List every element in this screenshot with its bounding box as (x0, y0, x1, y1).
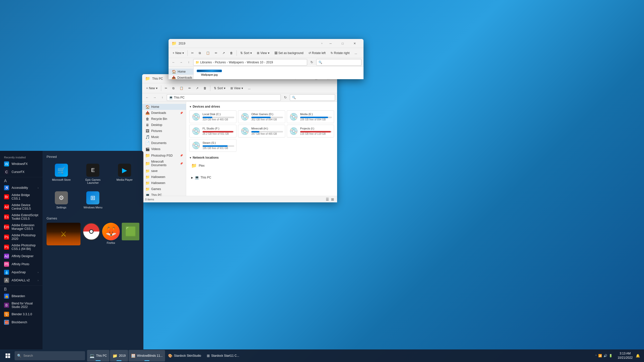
refresh-btn[interactable]: ↻ (282, 95, 288, 101)
app-adobe-device[interactable]: Ad Adobe Device Central CSS.5 (0, 202, 43, 212)
2019-view-btn[interactable]: ⊞ View ▾ (255, 50, 271, 56)
2019-tab-plus[interactable]: + (321, 42, 323, 45)
app-adobe-extension-mgr[interactable]: Em Adobe Extension Manager CSS.5 (0, 222, 43, 232)
thispc-expand-section[interactable]: ▶ 💻 This PC (189, 174, 334, 181)
thispc-new-btn[interactable]: + New ▾ (144, 85, 159, 91)
notification-icon[interactable]: 🔔 (636, 354, 640, 358)
drive-c[interactable]: 💿 Local Disk (C:) 319 GB free of 465 GB (189, 110, 236, 123)
grid-view-btn[interactable]: ⊞ (331, 197, 334, 201)
address-input[interactable]: 💻 This PC (167, 94, 281, 101)
2019-more-btn[interactable]: ... (353, 50, 359, 56)
app-affinity-photo[interactable]: Ph Affinity Photo (0, 260, 43, 268)
sidebar-desktop[interactable]: 🖥 Desktop (142, 122, 186, 128)
2019-forward-btn[interactable]: → (178, 59, 184, 65)
2019-sort-btn[interactable]: ⇅ Sort ▾ (238, 50, 254, 56)
thispc-delete-btn[interactable]: 🗑 (202, 85, 209, 91)
app-windowsfx[interactable]: W WindowsFX (0, 160, 43, 168)
volume-icon[interactable]: 🔊 (603, 354, 607, 357)
game-pokemon[interactable] (83, 223, 100, 245)
app-photoshop-2020[interactable]: Ps Adobe Photoshop 2020 (0, 232, 43, 242)
start-button[interactable] (2, 350, 14, 361)
game-minecraft[interactable]: 🟩 (122, 223, 139, 245)
2019-cut-btn[interactable]: ✂ (189, 50, 196, 56)
taskbar-clock[interactable]: 3:13 AM 10/21/2022 (616, 351, 635, 360)
app-adobe-extendscript[interactable]: Es Adobe ExtendScript Toolkit CSS.5 (0, 212, 43, 222)
2019-refresh-btn[interactable]: ↻ (309, 59, 315, 65)
list-view-btn[interactable]: ☰ (326, 197, 329, 201)
taskbar-2019[interactable]: 📁 2019 (110, 350, 128, 361)
sidebar-minecraft-docs[interactable]: 📁 Minecraft Documents 📌 (142, 159, 186, 168)
thispc-sort-btn[interactable]: ⇅ Sort ▾ (212, 85, 227, 91)
app-accessibility[interactable]: ♿ Accessibility › (0, 184, 43, 192)
drive-d[interactable]: 💿 Other Games (D:) 352 GB free of 894 GB (238, 110, 285, 123)
2019-setbg-btn[interactable]: 🖼 Set as background (272, 50, 305, 56)
pinned-settings[interactable]: ⚙ Settings (47, 189, 76, 211)
thispc-view-btn[interactable]: ⊞ View ▾ (228, 85, 245, 91)
2019-rotright-btn[interactable]: ↻ Rotate right (329, 50, 351, 56)
tray-expand-arrow[interactable]: ^ (595, 354, 597, 357)
forward-btn[interactable]: → (152, 95, 158, 101)
taskbar-search[interactable]: 🔍 Search (15, 351, 85, 360)
drive-e[interactable]: 💿 Media (E:) 106 GB free of 894 GB (287, 110, 334, 123)
sidebar-thispc[interactable]: 💻 This PC (142, 192, 186, 196)
drive-s[interactable]: 💿 Steam (S:) 195 GB free of 931 GB (189, 139, 236, 152)
sidebar-documents[interactable]: 📄 Documents (142, 140, 186, 146)
sidebar-home[interactable]: 🏠 Home (142, 104, 186, 110)
game-firefox[interactable]: 🦊 Firefox (102, 223, 120, 245)
sidebar-save[interactable]: 📁 save (142, 168, 186, 174)
2019-search-input[interactable]: 🔍 (316, 59, 361, 66)
app-cursorfx[interactable]: C CursorFX (0, 168, 43, 176)
app-blockbench[interactable]: 🧱 Blockbench (0, 318, 43, 326)
2019-share-btn[interactable]: ↗ (220, 50, 227, 56)
app-adobe-bridge[interactable]: Br Adobe Bridge CSS.1 (0, 192, 43, 202)
drive-i[interactable]: 💿 Projects (I:) 116 GB free of 119 GB (287, 125, 334, 138)
2019-address-input[interactable]: 📁 Libraries › Pictures › Wallpapers › Wi… (193, 59, 307, 66)
sidebar-halloween-1[interactable]: 📁 Halloween (142, 174, 186, 180)
thispc-paste-btn[interactable]: 📋 (178, 85, 185, 91)
2019-new-btn[interactable]: + New ▾ (171, 50, 186, 56)
app-asio4all[interactable]: A ASIO4ALL v2 › (0, 276, 43, 284)
2019-rename-btn[interactable]: ✏ (213, 50, 219, 56)
thispc-rename-btn[interactable]: ✏ (186, 85, 193, 91)
sidebar-photoshop-psd[interactable]: 📁 Photoshop PSD 📌 (142, 152, 186, 159)
pinned-msstore[interactable]: 🛒 Microsoft Store (47, 161, 76, 187)
taskbar-windowblinds[interactable]: 🪟 WindowBlinds 11... (129, 350, 165, 361)
2019-back-btn[interactable]: ← (171, 59, 177, 65)
2019-up-btn[interactable]: ↑ (186, 59, 192, 65)
wallpaper-jpg-item[interactable]: Wallpaper.jpg (197, 70, 222, 76)
2019-rotleft-btn[interactable]: ↺ Rotate left (306, 50, 328, 56)
drives-collapse-arrow[interactable]: ▼ (189, 105, 192, 108)
pinned-winmenu[interactable]: ⊞ Windows Menu (78, 189, 108, 211)
sidebar-music[interactable]: 🎵 Music (142, 134, 186, 140)
sidebar-videos[interactable]: 🎬 Videos (142, 146, 186, 152)
sidebar-games[interactable]: 📁 Games (142, 186, 186, 192)
sidebar-halloween-2[interactable]: 📁 Halloween (142, 180, 186, 186)
taskbar-skinstudio[interactable]: 🎨 Stardock SkinStudio (166, 350, 204, 361)
network-plex[interactable]: 📁 Plex (189, 161, 334, 170)
game-gw2[interactable]: ⚔ (47, 223, 80, 245)
app-aquasnap[interactable]: 💧 AquaSnap › (0, 268, 43, 276)
2019-close-btn[interactable]: ✕ (349, 39, 360, 48)
taskbar-thispc[interactable]: 💻 This PC (87, 350, 109, 361)
app-bitwarden[interactable]: 🔒 Bitwarden (0, 292, 43, 300)
sidebar-downloads[interactable]: 📥 Downloads 📌 (142, 110, 186, 116)
2019-sidebar-downloads[interactable]: 📥 Downloads (169, 75, 193, 79)
thispc-more-btn[interactable]: ... (246, 85, 253, 91)
search-input[interactable]: 🔍 (290, 94, 335, 101)
up-btn[interactable]: ↑ (159, 95, 165, 101)
app-blender[interactable]: 🎨 Blender 3.3.1.0 (0, 310, 43, 318)
pinned-epic[interactable]: E Epic Games Launcher (78, 161, 108, 187)
thispc-cut-btn[interactable]: ✂ (163, 85, 169, 91)
2019-minimize-btn[interactable]: ─ (325, 39, 336, 48)
app-photoshop-css[interactable]: Ps Adobe Photoshop CSS.1 (64 Bit) (0, 242, 43, 252)
2019-delete-btn[interactable]: 🗑 (228, 50, 235, 56)
2019-maximize-btn[interactable]: □ (337, 39, 348, 48)
2019-sidebar-home[interactable]: 🏠 Home (169, 69, 193, 75)
app-blend[interactable]: B Blend for Visual Studio 2022 (0, 300, 43, 310)
drive-f[interactable]: 💿 FL Studio (F:) 28.2 GB free of 931 GB (189, 125, 236, 138)
pinned-media-player[interactable]: ▶ Media Player (110, 161, 139, 187)
thispc-copy-btn[interactable]: ⧉ (170, 85, 177, 91)
app-affinity-designer[interactable]: Ad Affinity Designer (0, 252, 43, 260)
taskbar-start11[interactable]: ⊞ Stardock Start11 C... (204, 350, 242, 361)
thispc-share-btn[interactable]: ↗ (194, 85, 200, 91)
